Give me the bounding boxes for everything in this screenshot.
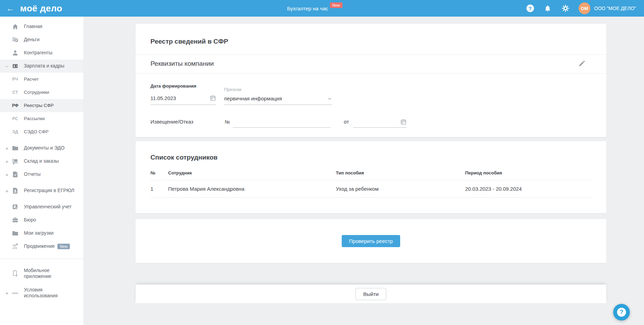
salary-card-icon [11,62,19,70]
sidebar-item-label: Отчеты [24,171,40,178]
notifications-bell-icon[interactable] [544,4,552,12]
promotion-chart-icon [11,243,19,250]
question-mark-icon: ? [617,308,626,317]
help-icon[interactable]: ? [526,4,534,12]
actions-card: Проверить реестр [136,219,606,263]
ruble-cursor-icon: ₽ [11,203,19,211]
attribute-field: Признак первичная информация [224,87,332,105]
app-logo[interactable]: моё дело [20,3,62,14]
requisites-form: Дата формирования 11.05.2023 Признак [136,74,606,128]
sidebar-item-employees[interactable]: СТ Сотрудники [0,86,83,99]
formation-date-label: Дата формирования [150,83,216,89]
cell-number: 1 [150,186,168,192]
requisites-title: Реквизиты компании [150,60,214,67]
sidebar-item-label: Рассылки [24,116,45,122]
attribute-label: Признак [224,87,332,92]
attribute-select[interactable]: первичная информация [224,96,332,105]
promotion-new-badge: New [57,244,70,249]
expand-icon[interactable]: + [3,172,10,178]
collapse-icon[interactable]: − [3,63,10,69]
cell-benefit-type: Уход за ребенком [336,186,465,192]
expand-icon[interactable]: + [3,290,10,296]
cell-benefit-period: 20.03.2023 - 20.09.2024 [465,186,591,192]
sidebar-item-management-accounting[interactable]: ₽ Управленческий учет [0,200,83,214]
notice-date-input[interactable] [353,118,407,128]
sidebar-item-label: Контрагенты [24,50,52,56]
check-register-button[interactable]: Проверить реестр [342,235,400,247]
svg-text:₽: ₽ [16,39,17,42]
sidebar-item-label: Документы и ЭДО [24,145,65,151]
sidebar-item-my-downloads[interactable]: Мои загрузки [0,227,83,240]
downloads-folder-icon [11,229,19,237]
sidebar-item-label: Мои загрузки [24,230,54,236]
sidebar-item-calculation[interactable]: РЧ Расчет [0,73,83,86]
notice-label: Извещение/Отказ [150,119,225,128]
sidebar-item-home[interactable]: Главная [0,20,83,33]
sidebar-item-mobile-app[interactable]: Мобильное приложение [0,264,83,283]
calculation-letters-icon: РЧ [11,77,19,82]
sidebar-item-promotion[interactable]: Продвижение New [0,240,83,253]
calendar-icon[interactable] [400,119,407,125]
sidebar-item-label: Сотрудники [24,90,49,96]
formation-date-value: 11.05.2023 [150,95,176,101]
cell-employee: Петрова Мария Александровна [168,186,336,192]
from-label: от [344,119,349,128]
sidebar-item-egrul-registration[interactable]: + Регистрация в ЕГРЮЛ [0,181,83,200]
employees-title: Список сотрудников [150,154,591,161]
promo-link[interactable]: Бухгалтер на час [287,6,328,11]
sidebar-item-terms[interactable]: + ••• Условия использования [0,283,83,303]
col-benefit-period: Период пособия [465,170,591,175]
registration-doc-icon [11,187,19,195]
sidebar-item-label: Условия использования [24,287,76,299]
expand-icon[interactable]: + [3,188,10,194]
register-header: Реестр сведений в СФР [136,24,606,55]
col-benefit-type: Тип пособия [336,170,465,175]
sidebar-item-contractors[interactable]: Контрагенты [0,46,83,60]
sidebar-item-label: Мобильное приложение [24,268,76,280]
sidebar-item-label: Бюро [24,217,36,223]
chevron-down-icon [327,96,332,101]
back-arrow-icon[interactable]: ← [0,0,20,17]
col-number: № [150,170,168,175]
expand-icon[interactable]: + [3,145,10,151]
formation-date-input[interactable]: 11.05.2023 [150,95,216,105]
sidebar-item-label: Зарплата и кадры [24,63,64,69]
formation-date-field: Дата формирования 11.05.2023 [150,83,216,105]
help-fab-button[interactable]: ? [613,304,630,321]
footer-bar: Выйти [136,285,606,303]
report-check-icon [11,171,19,178]
edit-pencil-icon[interactable] [578,60,586,67]
notice-number-input[interactable] [233,118,330,128]
sidebar-item-sfr-registers[interactable]: РФ Реестры СФР [0,99,83,112]
ellipsis-icon: ••• [11,290,19,296]
attribute-value: первичная информация [224,96,282,101]
calendar-icon[interactable] [210,95,216,101]
page-title: Реестр сведений в СФР [150,38,591,45]
sidebar-item-mailings[interactable]: РС Рассылки [0,112,83,125]
spacer [0,138,83,142]
money-icon: ₽ [11,36,19,44]
sidebar-item-label: Продвижение [24,243,55,250]
sidebar-item-label: Склад и заказы [24,158,59,164]
number-sign-label: № [225,119,230,128]
briefcase-icon [11,216,19,224]
table-row[interactable]: 1 Петрова Мария Александровна Уход за ре… [150,180,591,198]
expand-icon[interactable]: + [3,159,10,164]
sidebar-item-documents-edo[interactable]: + Документы и ЭДО [0,142,83,155]
exit-button[interactable]: Выйти [356,288,386,300]
sidebar-nav: Главная ₽ Деньги Контрагенты − Зарп [0,17,83,325]
mobile-phone-icon [11,270,19,277]
sidebar-item-bureau[interactable]: Бюро [0,214,83,227]
user-avatar[interactable]: ОМ [579,2,590,14]
sidebar-item-warehouse[interactable]: + Склад и заказы [0,155,83,168]
employees-table: № Сотрудник Тип пособия Период пособия 1… [150,170,591,198]
sidebar-item-label: Управленческий учет [24,204,72,210]
sidebar-item-money[interactable]: ₽ Деньги [0,33,83,46]
folder-icon [11,144,19,152]
sidebar-item-sedo-sfr[interactable]: ЭД СЭДО СФР [0,125,83,138]
account-name[interactable]: ООО "МОЕ ДЕЛО" [594,6,636,11]
col-employee: Сотрудник [168,170,336,175]
sidebar-item-reports[interactable]: + Отчеты [0,168,83,181]
sidebar-item-salary-hr[interactable]: − Зарплата и кадры [0,60,83,73]
settings-gear-icon[interactable] [561,4,570,12]
